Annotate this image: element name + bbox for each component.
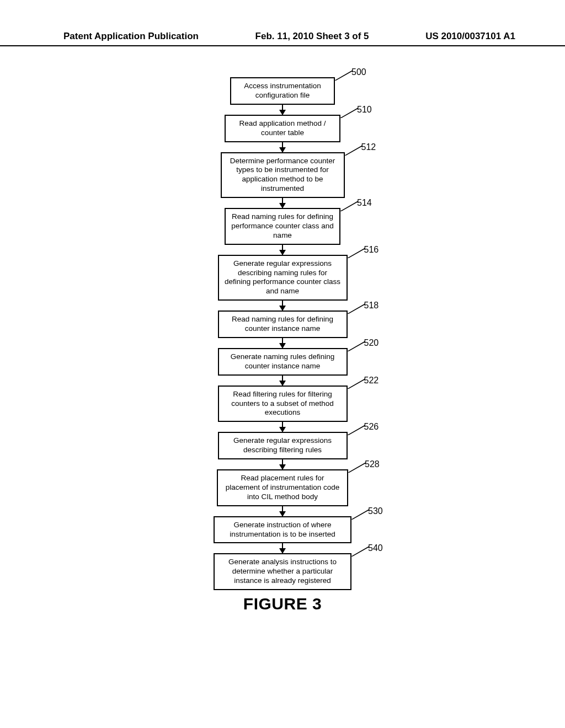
- flow-step-540: Generate analysis instructions to determ…: [167, 553, 398, 590]
- flow-callout-516: 516: [364, 245, 379, 255]
- flow-callout-522: 522: [364, 376, 379, 386]
- flow-step-518: Read naming rules for defining counter i…: [167, 311, 398, 338]
- svg-line-5: [346, 304, 365, 314]
- flow-box-526: Generate regular expressions describing …: [218, 432, 348, 459]
- flowchart: Access instrumentation configuration fil…: [167, 77, 398, 613]
- flow-box-540: Generate analysis instructions to determ…: [214, 553, 351, 590]
- arrow-down-icon: [282, 459, 283, 469]
- flow-box-520: Generate naming rules defining counter i…: [218, 348, 348, 376]
- svg-line-8: [346, 425, 365, 435]
- svg-line-3: [339, 201, 358, 211]
- arrow-down-icon: [282, 142, 283, 152]
- flow-box-510: Read application method / counter table: [225, 115, 340, 142]
- header-left: Patent Application Publication: [63, 31, 199, 42]
- arrow-down-icon: [282, 422, 283, 432]
- arrow-down-icon: [282, 506, 283, 516]
- flow-box-516: Generate regular expressions describing …: [218, 255, 348, 301]
- page-header: Patent Application Publication Feb. 11, …: [0, 0, 565, 46]
- flow-box-514: Read naming rules for defining performan…: [225, 208, 340, 245]
- flow-box-522: Read filtering rules for filtering count…: [218, 386, 348, 422]
- flow-step-530: Generate instruction of where instrument…: [167, 516, 398, 544]
- svg-line-9: [347, 463, 366, 473]
- flow-step-522: Read filtering rules for filtering count…: [167, 386, 398, 422]
- flow-callout-520: 520: [364, 338, 379, 348]
- header-right: US 2010/0037101 A1: [425, 31, 515, 42]
- flow-box-500: Access instrumentation configuration fil…: [230, 77, 335, 105]
- arrow-down-icon: [282, 245, 283, 255]
- flow-callout-526: 526: [364, 422, 379, 432]
- arrow-down-icon: [282, 338, 283, 348]
- header-center: Feb. 11, 2010 Sheet 3 of 5: [255, 31, 369, 42]
- flow-step-516: Generate regular expressions describing …: [167, 255, 398, 301]
- flow-callout-514: 514: [357, 198, 372, 208]
- figure-label: FIGURE 3: [167, 595, 398, 613]
- flow-callout-512: 512: [361, 142, 376, 152]
- flow-box-530: Generate instruction of where instrument…: [214, 516, 351, 544]
- flow-step-528: Read placement rules for placement of in…: [167, 469, 398, 506]
- flow-callout-530: 530: [368, 506, 383, 516]
- flow-step-510: Read application method / counter table5…: [167, 115, 398, 142]
- svg-line-11: [350, 547, 369, 556]
- arrow-down-icon: [282, 376, 283, 386]
- flow-step-526: Generate regular expressions describing …: [167, 432, 398, 459]
- flow-callout-500: 500: [351, 67, 366, 77]
- flow-box-518: Read naming rules for defining counter i…: [218, 311, 348, 338]
- svg-line-0: [333, 71, 353, 81]
- arrow-down-icon: [282, 105, 283, 115]
- flow-callout-510: 510: [357, 105, 372, 115]
- svg-line-7: [346, 379, 365, 389]
- flow-callout-518: 518: [364, 301, 379, 311]
- flow-step-512: Determine performance counter types to b…: [167, 152, 398, 199]
- arrow-down-icon: [282, 198, 283, 208]
- svg-line-2: [343, 146, 363, 156]
- arrow-down-icon: [282, 301, 283, 311]
- flow-step-520: Generate naming rules defining counter i…: [167, 348, 398, 376]
- svg-line-4: [346, 248, 365, 258]
- flow-callout-528: 528: [365, 459, 380, 469]
- flow-callout-540: 540: [368, 543, 383, 553]
- svg-line-1: [339, 108, 358, 118]
- flow-box-512: Determine performance counter types to b…: [221, 152, 345, 199]
- svg-line-10: [350, 510, 369, 520]
- flow-box-528: Read placement rules for placement of in…: [217, 469, 348, 506]
- flow-step-514: Read naming rules for defining performan…: [167, 208, 398, 245]
- svg-line-6: [346, 341, 365, 351]
- arrow-down-icon: [282, 543, 283, 553]
- flow-step-500: Access instrumentation configuration fil…: [167, 77, 398, 105]
